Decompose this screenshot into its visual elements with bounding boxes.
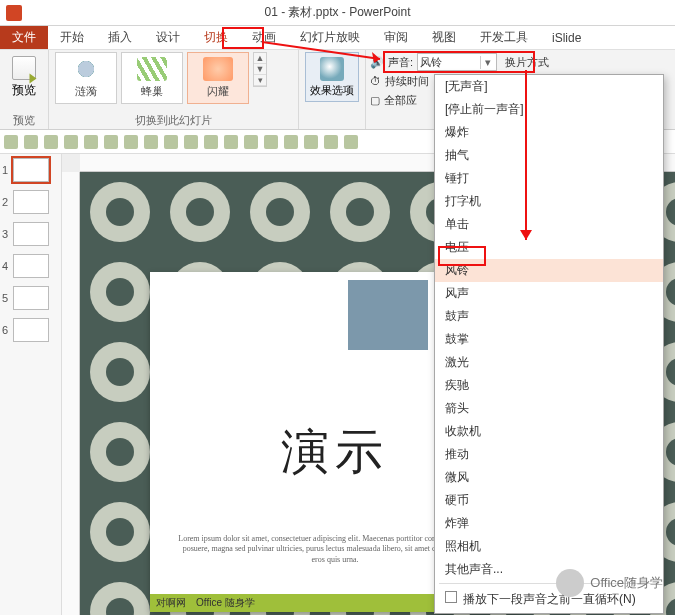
- sound-option[interactable]: 鼓掌: [435, 328, 663, 351]
- thumbnail-row[interactable]: 5: [2, 286, 59, 310]
- qat-icon[interactable]: [184, 135, 198, 149]
- tab-transition[interactable]: 切换: [192, 26, 240, 49]
- tab-developer[interactable]: 开发工具: [468, 26, 540, 49]
- thumbnail-row[interactable]: 4: [2, 254, 59, 278]
- honeycomb-icon: [137, 57, 167, 81]
- group-label-transitions: 切换到此幻灯片: [49, 113, 298, 128]
- thumbnail-number: 5: [2, 292, 10, 304]
- sound-dropdown-list[interactable]: [无声音][停止前一声音]爆炸抽气锤打打字机单击电压风铃风声鼓声鼓掌激光疾驰箭头…: [434, 74, 664, 614]
- watermark: Office随身学: [556, 569, 663, 597]
- qat-icon[interactable]: [64, 135, 78, 149]
- thumbnail-number: 4: [2, 260, 10, 272]
- qat-icon[interactable]: [204, 135, 218, 149]
- mode-label: 换片方式: [505, 55, 549, 70]
- ruler-vertical: [62, 172, 80, 615]
- apply-all-icon: ▢: [370, 94, 380, 107]
- qat-icon[interactable]: [164, 135, 178, 149]
- qat-icon[interactable]: [304, 135, 318, 149]
- thumbnail[interactable]: [13, 190, 49, 214]
- qat-icon[interactable]: [284, 135, 298, 149]
- sound-option[interactable]: 锤打: [435, 167, 663, 190]
- tab-insert[interactable]: 插入: [96, 26, 144, 49]
- group-preview: 预览 预览: [0, 50, 49, 129]
- tab-slideshow[interactable]: 幻灯片放映: [288, 26, 372, 49]
- thumbnail-number: 6: [2, 324, 10, 336]
- thumbnail-number: 1: [2, 164, 10, 176]
- tab-animation[interactable]: 动画: [240, 26, 288, 49]
- transition-glitter[interactable]: 闪耀: [187, 52, 249, 104]
- thumbnail[interactable]: [13, 158, 49, 182]
- transition-honeycomb[interactable]: 蜂巢: [121, 52, 183, 104]
- qat-icon[interactable]: [324, 135, 338, 149]
- sound-label: 声音:: [388, 55, 413, 70]
- slide-thumbnails: 123456: [0, 154, 62, 615]
- sound-option[interactable]: [停止前一声音]: [435, 98, 663, 121]
- preview-button[interactable]: 预览: [6, 52, 42, 103]
- sound-option[interactable]: 箭头: [435, 397, 663, 420]
- qat-icon[interactable]: [144, 135, 158, 149]
- chevron-down-icon[interactable]: ▾: [480, 56, 494, 69]
- duration-label: 持续时间: [385, 74, 429, 89]
- transition-ripple[interactable]: 涟漪: [55, 52, 117, 104]
- thumbnail-row[interactable]: 3: [2, 222, 59, 246]
- sound-option[interactable]: 抽气: [435, 144, 663, 167]
- tab-review[interactable]: 审阅: [372, 26, 420, 49]
- sound-option[interactable]: 打字机: [435, 190, 663, 213]
- loop-checkbox[interactable]: [445, 591, 457, 603]
- slide-blue-box[interactable]: [348, 280, 428, 350]
- sound-option[interactable]: 硬币: [435, 489, 663, 512]
- glitter-icon: [203, 57, 233, 81]
- thumbnail[interactable]: [13, 254, 49, 278]
- preview-icon: [12, 56, 36, 80]
- sound-option[interactable]: [无声音]: [435, 75, 663, 98]
- thumbnail-number: 3: [2, 228, 10, 240]
- sound-option[interactable]: 收款机: [435, 420, 663, 443]
- watermark-icon: [556, 569, 584, 597]
- sound-option[interactable]: 微风: [435, 466, 663, 489]
- sound-option[interactable]: 单击: [435, 213, 663, 236]
- thumbnail[interactable]: [13, 286, 49, 310]
- thumbnail[interactable]: [13, 318, 49, 342]
- app-logo-icon: [6, 5, 22, 21]
- sound-option[interactable]: 爆炸: [435, 121, 663, 144]
- group-label-preview: 预览: [0, 113, 48, 128]
- qat-icon[interactable]: [124, 135, 138, 149]
- tab-home[interactable]: 开始: [48, 26, 96, 49]
- qat-icon[interactable]: [344, 135, 358, 149]
- qat-icon[interactable]: [84, 135, 98, 149]
- effect-options-button[interactable]: 效果选项: [305, 52, 359, 102]
- sound-option[interactable]: 风声: [435, 282, 663, 305]
- sound-option[interactable]: 风铃: [435, 259, 663, 282]
- tab-file[interactable]: 文件: [0, 26, 48, 49]
- qat-icon[interactable]: [44, 135, 58, 149]
- sound-dropdown[interactable]: 风铃 ▾: [417, 53, 497, 71]
- qat-icon[interactable]: [104, 135, 118, 149]
- apply-all-button[interactable]: 全部应: [384, 93, 417, 108]
- qat-icon[interactable]: [24, 135, 38, 149]
- group-effect-options: 效果选项: [299, 50, 366, 129]
- sound-option[interactable]: 激光: [435, 351, 663, 374]
- sound-option[interactable]: 疾驰: [435, 374, 663, 397]
- sound-option[interactable]: 电压: [435, 236, 663, 259]
- tab-design[interactable]: 设计: [144, 26, 192, 49]
- thumbnail[interactable]: [13, 222, 49, 246]
- thumbnail-number: 2: [2, 196, 10, 208]
- sound-option[interactable]: 鼓声: [435, 305, 663, 328]
- footer-right: Office 随身学: [196, 596, 255, 610]
- qat-icon[interactable]: [224, 135, 238, 149]
- sound-option[interactable]: 炸弹: [435, 512, 663, 535]
- thumbnail-row[interactable]: 6: [2, 318, 59, 342]
- qat-icon[interactable]: [244, 135, 258, 149]
- speaker-icon: 🔊: [370, 56, 384, 69]
- sound-option[interactable]: 照相机: [435, 535, 663, 558]
- tab-view[interactable]: 视图: [420, 26, 468, 49]
- qat-icon[interactable]: [4, 135, 18, 149]
- tab-islide[interactable]: iSlide: [540, 26, 593, 49]
- group-transitions: 涟漪 蜂巢 闪耀 ▲▼▾ 切换到此幻灯片: [49, 50, 299, 129]
- ripple-icon: [71, 57, 101, 81]
- qat-icon[interactable]: [264, 135, 278, 149]
- sound-option[interactable]: 推动: [435, 443, 663, 466]
- thumbnail-row[interactable]: 1: [2, 158, 59, 182]
- transitions-more[interactable]: ▲▼▾: [253, 52, 267, 87]
- thumbnail-row[interactable]: 2: [2, 190, 59, 214]
